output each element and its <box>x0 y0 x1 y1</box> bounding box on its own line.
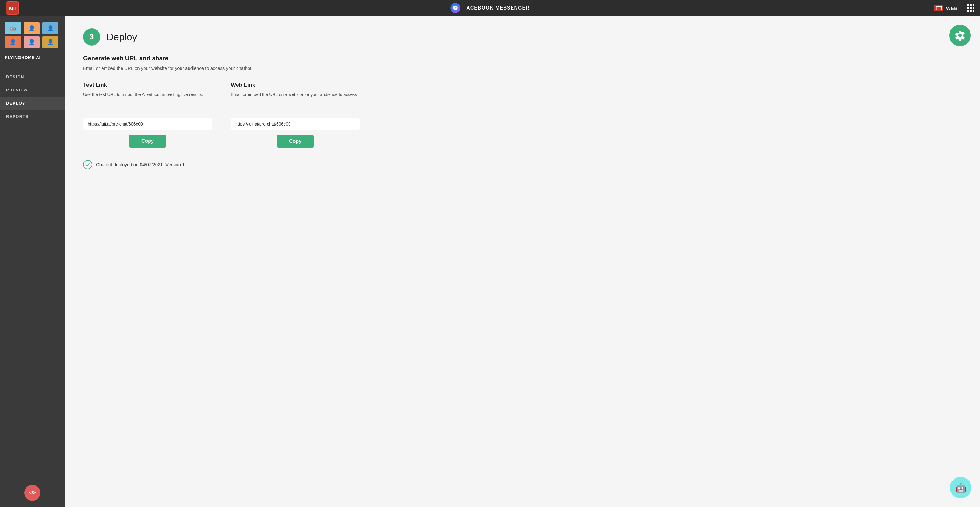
header-center: FACEBOOK MESSENGER <box>450 3 529 13</box>
web-label: WEB <box>946 6 958 11</box>
avatar-5: 👤 <box>24 36 40 48</box>
test-link-card: Test Link Use the test URL to try out th… <box>83 82 212 148</box>
header-right: WEB <box>934 4 974 12</box>
web-link-description: Email or embed the URL on a website for … <box>231 91 360 112</box>
avatar-grid: 🤖 👤 👤 👤 👤 👤 <box>0 16 65 52</box>
deploy-section: Generate web URL and share Email or embe… <box>83 55 360 169</box>
gear-button[interactable] <box>949 25 971 46</box>
test-link-copy-button[interactable]: Copy <box>129 135 166 148</box>
logo[interactable]: jüji <box>6 1 19 15</box>
deploy-status-text: Chatbot deployed on 04/07/2021. Version … <box>96 162 186 167</box>
avatar-1: 🤖 <box>5 22 21 35</box>
main-layout: 🤖 👤 👤 👤 👤 👤 FLYINGHOME AI DESIGN PREVIEW… <box>0 16 980 507</box>
sidebar-item-design[interactable]: DESIGN <box>0 70 65 83</box>
top-header: jüji FACEBOOK MESSENGER WEB <box>0 0 980 16</box>
step-header: 3 Deploy <box>83 28 961 46</box>
project-name: FLYINGHOME AI <box>0 52 65 65</box>
content-area: 🤖 3 Deploy Generate web URL and share Em… <box>65 16 980 507</box>
messenger-label: FACEBOOK MESSENGER <box>463 5 529 11</box>
web-link-card: Web Link Email or embed the URL on a web… <box>231 82 360 148</box>
sidebar-nav: DESIGN PREVIEW DEPLOY REPORTS <box>0 70 65 123</box>
check-circle-icon <box>83 160 92 169</box>
web-link-title: Web Link <box>231 82 360 88</box>
avatar-4: 👤 <box>5 36 21 48</box>
test-link-input[interactable] <box>83 118 212 131</box>
link-cards: Test Link Use the test URL to try out th… <box>83 82 360 148</box>
test-link-title: Test Link <box>83 82 212 88</box>
code-label: </> <box>29 490 36 496</box>
logo-text: jüji <box>9 5 16 11</box>
web-link-input[interactable] <box>231 118 360 131</box>
sidebar-item-reports[interactable]: REPORTS <box>0 110 65 123</box>
sidebar: 🤖 👤 👤 👤 👤 👤 FLYINGHOME AI DESIGN PREVIEW… <box>0 16 65 507</box>
avatar-6: 👤 <box>43 36 59 48</box>
messenger-icon <box>450 3 460 13</box>
web-icon <box>934 5 943 11</box>
step-title: Deploy <box>107 31 137 43</box>
web-link-copy-button[interactable]: Copy <box>277 135 314 148</box>
section-description: Email or embed the URL on your website f… <box>83 65 360 72</box>
section-title: Generate web URL and share <box>83 55 360 62</box>
sidebar-item-deploy[interactable]: DEPLOY <box>0 97 65 110</box>
step-badge: 3 <box>83 28 100 46</box>
test-link-description: Use the test URL to try out the AI witho… <box>83 91 212 112</box>
gear-icon <box>955 30 966 41</box>
robot-button[interactable]: 🤖 <box>950 477 971 498</box>
sidebar-item-preview[interactable]: PREVIEW <box>0 83 65 97</box>
deploy-status: Chatbot deployed on 04/07/2021. Version … <box>83 160 360 169</box>
apps-grid-icon[interactable] <box>967 4 974 12</box>
avatar-3: 👤 <box>43 22 59 35</box>
step-number: 3 <box>89 33 94 41</box>
code-button[interactable]: </> <box>24 485 40 501</box>
avatar-2: 👤 <box>24 22 40 35</box>
svg-rect-1 <box>936 6 942 7</box>
